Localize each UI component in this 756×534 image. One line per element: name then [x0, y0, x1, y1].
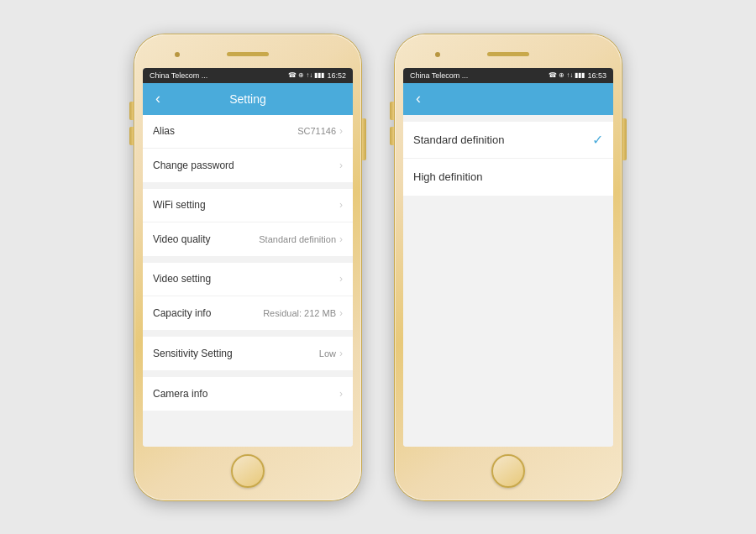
power-button-2[interactable]: [622, 118, 627, 160]
side-buttons-left-2: [390, 102, 394, 145]
nav-bar-2: ‹: [403, 83, 613, 115]
change-password-item[interactable]: Change password ›: [143, 149, 353, 182]
speaker: [227, 52, 269, 56]
phone-2-bottom: [491, 450, 525, 492]
video-quality-item[interactable]: Video quality Standard definition ›: [143, 222, 353, 256]
settings-group-3: Video setting › Capacity info Residual: …: [143, 263, 353, 330]
phone-1-bottom: [231, 450, 265, 492]
change-password-chevron: ›: [339, 160, 343, 171]
capacity-info-right: Residual: 212 MB ›: [263, 307, 343, 319]
nav-title-1: Setting: [229, 92, 266, 106]
volume-up-button[interactable]: [129, 102, 134, 120]
video-quality-right: Standard definition ›: [259, 233, 343, 245]
high-definition-item[interactable]: High definition: [403, 159, 613, 196]
settings-group-2: WiFi setting › Video quality Standard de…: [143, 189, 353, 256]
quality-list: Standard definition ✓ High definition: [403, 115, 613, 447]
phone-top: [143, 43, 353, 66]
capacity-info-value: Residual: 212 MB: [263, 308, 336, 318]
video-quality-chevron: ›: [339, 233, 343, 245]
status-icon-1: ☎ ⊕ ↑↓ ▮▮▮: [288, 71, 325, 79]
camera-info-chevron: ›: [339, 388, 343, 400]
alias-value: SC71146: [297, 126, 336, 136]
camera-info-item[interactable]: Camera info ›: [143, 377, 353, 411]
status-icons-1: ☎ ⊕ ↑↓ ▮▮▮ 16:52: [288, 71, 346, 80]
back-button-1[interactable]: ‹: [151, 90, 165, 107]
capacity-info-label: Capacity info: [153, 307, 211, 319]
speaker-2: [487, 52, 529, 56]
phone-2: China Telecom ... ☎ ⊕ ↑↓ ▮▮▮ 16:53 ‹ Sta…: [395, 34, 622, 500]
wifi-setting-label: WiFi setting: [153, 199, 206, 211]
sensitivity-chevron: ›: [339, 348, 343, 359]
status-icons-2: ☎ ⊕ ↑↓ ▮▮▮ 16:53: [549, 71, 606, 80]
capacity-info-chevron: ›: [339, 307, 343, 319]
change-password-right: ›: [339, 160, 343, 171]
side-buttons-left: [129, 102, 134, 145]
sensitivity-right: Low ›: [319, 348, 343, 359]
settings-group-5: Camera info ›: [143, 377, 353, 411]
capacity-info-item[interactable]: Capacity info Residual: 212 MB ›: [143, 296, 353, 330]
alias-item[interactable]: Alias SC71146 ›: [143, 115, 353, 149]
home-button-2[interactable]: [491, 454, 525, 488]
standard-definition-item[interactable]: Standard definition ✓: [403, 122, 613, 159]
video-setting-right: ›: [339, 273, 343, 285]
sensitivity-value: Low: [319, 348, 336, 359]
sensitivity-label: Sensitivity Setting: [153, 348, 233, 359]
time-label-2: 16:53: [587, 71, 606, 80]
status-bar-2: China Telecom ... ☎ ⊕ ↑↓ ▮▮▮ 16:53: [403, 68, 613, 83]
phone-1: China Telecom ... ☎ ⊕ ↑↓ ▮▮▮ 16:52 ‹ Set…: [134, 34, 361, 500]
volume-down-button-2[interactable]: [390, 127, 394, 145]
carrier-label-1: China Telecom ...: [150, 71, 207, 80]
front-camera: [175, 52, 180, 57]
change-password-label: Change password: [153, 160, 234, 171]
settings-list: Alias SC71146 › Change password ›: [143, 115, 353, 447]
volume-down-button[interactable]: [129, 127, 134, 145]
sensitivity-item[interactable]: Sensitivity Setting Low ›: [143, 337, 353, 370]
nav-bar-1: ‹ Setting: [143, 83, 353, 115]
status-bar-1: China Telecom ... ☎ ⊕ ↑↓ ▮▮▮ 16:52: [143, 68, 353, 83]
alias-chevron: ›: [339, 125, 343, 137]
front-camera-2: [435, 52, 440, 57]
status-icon-2: ☎ ⊕ ↑↓ ▮▮▮: [549, 71, 585, 79]
phone-2-top: [403, 43, 613, 66]
phone-2-screen: China Telecom ... ☎ ⊕ ↑↓ ▮▮▮ 16:53 ‹ Sta…: [403, 68, 613, 447]
volume-up-button-2[interactable]: [390, 102, 394, 120]
carrier-label-2: China Telecom ...: [410, 71, 468, 80]
camera-info-label: Camera info: [153, 388, 207, 400]
video-setting-item[interactable]: Video setting ›: [143, 263, 353, 296]
wifi-right: ›: [339, 199, 343, 211]
power-button[interactable]: [362, 118, 366, 160]
settings-group-4: Sensitivity Setting Low ›: [143, 337, 353, 370]
video-setting-label: Video setting: [153, 273, 211, 285]
phones-container: China Telecom ... ☎ ⊕ ↑↓ ▮▮▮ 16:52 ‹ Set…: [0, 0, 756, 534]
home-button-1[interactable]: [231, 454, 265, 488]
wifi-setting-item[interactable]: WiFi setting ›: [143, 189, 353, 222]
wifi-chevron: ›: [339, 199, 343, 211]
standard-definition-label: Standard definition: [413, 134, 504, 146]
phone-1-screen: China Telecom ... ☎ ⊕ ↑↓ ▮▮▮ 16:52 ‹ Set…: [143, 68, 353, 447]
video-quality-value: Standard definition: [259, 234, 336, 244]
high-definition-label: High definition: [413, 170, 482, 183]
quality-group: Standard definition ✓ High definition: [403, 122, 613, 196]
standard-definition-check: ✓: [592, 132, 603, 148]
camera-info-right: ›: [339, 388, 343, 400]
alias-label: Alias: [153, 125, 175, 137]
alias-right: SC71146 ›: [297, 125, 343, 137]
settings-group-1: Alias SC71146 › Change password ›: [143, 115, 353, 182]
video-setting-chevron: ›: [339, 273, 343, 285]
back-button-2[interactable]: ‹: [412, 90, 425, 107]
video-quality-label: Video quality: [153, 233, 211, 245]
time-label-1: 16:52: [327, 71, 346, 80]
